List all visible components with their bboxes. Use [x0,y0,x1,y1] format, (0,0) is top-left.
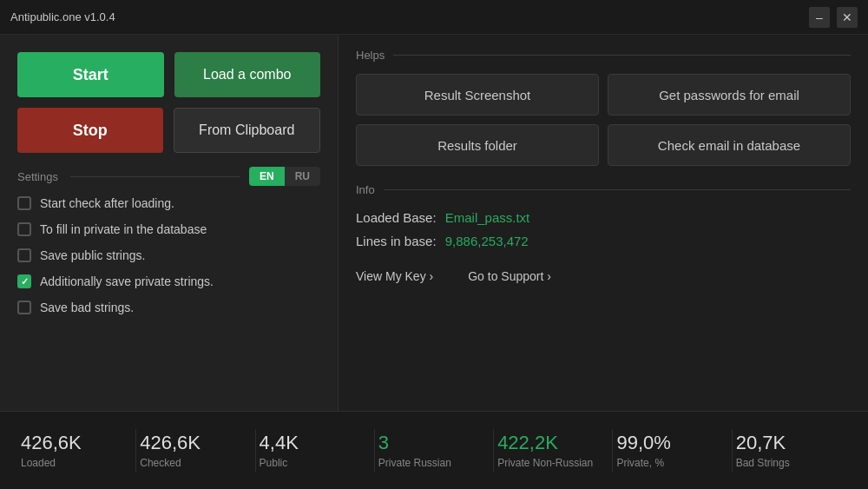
stat-divider-4 [493,429,494,472]
lines-value: 9,886,253,472 [445,234,529,248]
checkbox-item-1[interactable]: Start check after loading. [17,196,320,210]
result-screenshot-button[interactable]: Result Screenshot [356,74,599,116]
stat-value-3: 4,4K [260,432,299,454]
stat-value-5: 422,2K [497,432,558,454]
start-button[interactable]: Start [17,52,164,97]
stat-divider-6 [732,429,733,472]
lines-row: Lines in base: 9,886,253,472 [356,234,851,248]
checkbox-label-3: Save public strings. [40,248,145,262]
stat-item-3: 4,4KPublic [260,432,371,469]
stat-item-6: 99,0%Private, % [616,432,727,469]
checkbox-item-4[interactable]: Additionally save private strings. [17,274,320,288]
stat-label-2: Checked [140,457,181,469]
stat-item-4: 3Private Russian [378,432,490,469]
lines-key: Lines in base: [356,234,437,248]
view-my-key-link[interactable]: View My Key › [356,269,433,283]
stat-label-7: Bad Strings [736,457,790,469]
stat-value-2: 426,6K [140,432,201,454]
helps-header: Helps [356,49,851,62]
titlebar: Antipublic.one v1.0.4 – ✕ [0,0,868,35]
checkbox-item-2[interactable]: To fill in private in the database [17,222,320,236]
checkbox-label-4: Additionally save private strings. [40,274,214,288]
stat-divider-1 [135,429,136,472]
stat-value-4: 3 [378,432,389,454]
settings-divider [70,176,240,177]
loaded-base-value: Email_pass.txt [445,210,530,225]
stat-divider-2 [255,429,256,472]
stop-button[interactable]: Stop [17,108,163,153]
app-title: Antipublic.one v1.0.4 [10,10,115,23]
minimize-button[interactable]: – [809,7,830,28]
info-header: Info [356,183,851,196]
helps-divider [393,55,851,56]
stat-divider-5 [612,429,613,472]
stat-item-2: 426,6KChecked [140,432,251,469]
primary-btn-row: Start Load a combo [17,52,320,97]
checkbox-box-5[interactable] [17,301,31,314]
stat-label-1: Loaded [21,457,56,469]
load-combo-button[interactable]: Load a combo [174,52,321,97]
left-panel: Start Load a combo Stop From Clipboard S… [0,35,339,411]
stat-label-5: Private Non-Russian [497,457,593,469]
checkbox-label-2: To fill in private in the database [40,222,207,236]
lang-ru-button[interactable]: RU [285,167,320,186]
checkbox-box-3[interactable] [17,248,31,262]
go-to-support-link[interactable]: Go to Support › [468,269,551,283]
links-row: View My Key › Go to Support › [356,269,851,283]
settings-row: Settings EN RU [17,167,320,186]
stat-item-1: 426,6KLoaded [21,432,132,469]
results-folder-button[interactable]: Results folder [356,124,599,166]
checkbox-item-5[interactable]: Save bad strings. [17,301,320,314]
checkbox-box-2[interactable] [17,222,31,236]
window-controls: – ✕ [809,7,858,28]
checkbox-item-3[interactable]: Save public strings. [17,248,320,262]
info-section: Loaded Base: Email_pass.txt Lines in bas… [356,210,851,248]
checkbox-box-4[interactable] [17,274,31,288]
bottom-stats-bar: 426,6KLoaded426,6KChecked4,4KPublic3Priv… [0,411,868,489]
checkbox-box-1[interactable] [17,196,31,210]
settings-checkboxes: Start check after loading.To fill in pri… [17,196,320,314]
get-passwords-button[interactable]: Get passwords for email [608,74,851,116]
loaded-base-row: Loaded Base: Email_pass.txt [356,210,851,225]
stat-label-6: Private, % [616,457,664,469]
language-toggle: EN RU [249,167,320,186]
check-email-button[interactable]: Check email in database [608,124,851,166]
main-content: Start Load a combo Stop From Clipboard S… [0,35,868,411]
stat-value-6: 99,0% [616,432,670,454]
stat-label-4: Private Russian [378,457,451,469]
stat-value-7: 20,7K [736,432,786,454]
stat-item-5: 422,2KPrivate Non-Russian [497,432,608,469]
helps-label: Helps [356,49,385,62]
secondary-btn-row: Stop From Clipboard [17,108,320,153]
right-panel: Helps Result Screenshot Get passwords fo… [339,35,868,411]
helps-grid: Result Screenshot Get passwords for emai… [356,74,851,166]
clipboard-button[interactable]: From Clipboard [174,108,321,153]
settings-label: Settings [17,170,58,183]
stat-item-7: 20,7KBad Strings [736,432,847,469]
stat-value-1: 426,6K [21,432,82,454]
info-divider [384,189,851,190]
info-label: Info [356,183,375,196]
stat-divider-3 [374,429,375,472]
stat-label-3: Public [260,457,288,469]
close-button[interactable]: ✕ [837,7,858,28]
loaded-base-key: Loaded Base: [356,210,437,225]
checkbox-label-5: Save bad strings. [40,301,134,314]
lang-en-button[interactable]: EN [249,167,285,186]
checkbox-label-1: Start check after loading. [40,196,174,210]
